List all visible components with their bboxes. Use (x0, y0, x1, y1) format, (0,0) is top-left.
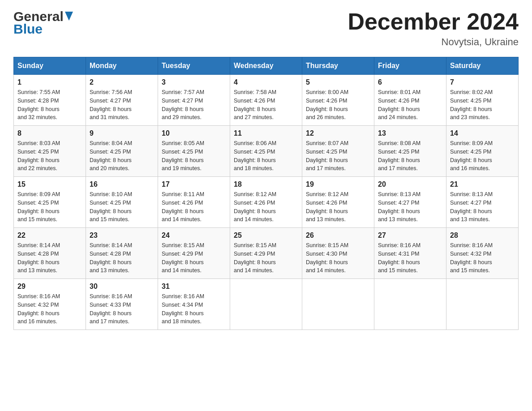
calendar-cell: 13Sunrise: 8:08 AMSunset: 4:25 PMDayligh… (374, 126, 446, 177)
day-number: 6 (378, 78, 442, 86)
calendar-cell: 17Sunrise: 8:11 AMSunset: 4:26 PMDayligh… (158, 177, 230, 228)
calendar-cell: 12Sunrise: 8:07 AMSunset: 4:25 PMDayligh… (302, 126, 374, 177)
weekday-header-friday: Friday (374, 57, 446, 75)
day-number: 27 (378, 231, 442, 240)
day-number: 29 (17, 283, 82, 291)
day-info: Sunrise: 8:15 AMSunset: 4:30 PMDaylight:… (306, 241, 370, 275)
calendar-cell: 27Sunrise: 8:16 AMSunset: 4:31 PMDayligh… (374, 228, 446, 279)
calendar-cell (374, 279, 446, 330)
day-info: Sunrise: 8:15 AMSunset: 4:29 PMDaylight:… (162, 241, 226, 275)
day-number: 24 (162, 231, 226, 240)
calendar-cell: 5Sunrise: 8:00 AMSunset: 4:26 PMDaylight… (302, 75, 374, 126)
calendar-cell: 23Sunrise: 8:14 AMSunset: 4:28 PMDayligh… (86, 228, 158, 279)
calendar-cell: 6Sunrise: 8:01 AMSunset: 4:26 PMDaylight… (374, 75, 446, 126)
calendar-cell: 30Sunrise: 8:16 AMSunset: 4:33 PMDayligh… (86, 279, 158, 330)
day-info: Sunrise: 8:03 AMSunset: 4:25 PMDaylight:… (17, 139, 82, 173)
calendar-week-row: 22Sunrise: 8:14 AMSunset: 4:28 PMDayligh… (14, 228, 519, 279)
calendar-cell: 2Sunrise: 7:56 AMSunset: 4:27 PMDaylight… (86, 75, 158, 126)
day-info: Sunrise: 7:55 AMSunset: 4:28 PMDaylight:… (17, 88, 82, 122)
calendar-cell: 21Sunrise: 8:13 AMSunset: 4:27 PMDayligh… (446, 177, 519, 228)
day-number: 9 (90, 129, 154, 137)
day-number: 4 (234, 78, 298, 86)
calendar-cell: 9Sunrise: 8:04 AMSunset: 4:25 PMDaylight… (86, 126, 158, 177)
day-info: Sunrise: 8:01 AMSunset: 4:26 PMDaylight:… (378, 88, 442, 122)
day-number: 21 (450, 180, 515, 188)
calendar-cell: 1Sunrise: 7:55 AMSunset: 4:28 PMDaylight… (14, 75, 86, 126)
day-number: 18 (234, 180, 298, 188)
weekday-header-monday: Monday (86, 57, 158, 75)
day-info: Sunrise: 8:05 AMSunset: 4:25 PMDaylight:… (162, 139, 226, 173)
calendar-cell: 24Sunrise: 8:15 AMSunset: 4:29 PMDayligh… (158, 228, 230, 279)
calendar-cell: 19Sunrise: 8:12 AMSunset: 4:26 PMDayligh… (302, 177, 374, 228)
day-number: 12 (306, 129, 370, 137)
calendar-cell: 22Sunrise: 8:14 AMSunset: 4:28 PMDayligh… (14, 228, 86, 279)
day-info: Sunrise: 8:12 AMSunset: 4:26 PMDaylight:… (306, 190, 370, 224)
day-info: Sunrise: 8:10 AMSunset: 4:25 PMDaylight:… (90, 190, 154, 224)
day-number: 7 (450, 78, 515, 86)
logo-blue-text: Blue (13, 21, 43, 37)
calendar-cell: 16Sunrise: 8:10 AMSunset: 4:25 PMDayligh… (86, 177, 158, 228)
location-subtitle: Novytsia, Ukraine (348, 36, 519, 48)
weekday-header-sunday: Sunday (14, 57, 86, 75)
logo-triangle-icon (65, 12, 73, 22)
day-info: Sunrise: 8:08 AMSunset: 4:25 PMDaylight:… (378, 139, 442, 173)
day-info: Sunrise: 8:14 AMSunset: 4:28 PMDaylight:… (17, 241, 82, 275)
calendar-week-row: 8Sunrise: 8:03 AMSunset: 4:25 PMDaylight… (14, 126, 519, 177)
page-header: General Blue December 2024 Novytsia, Ukr… (13, 9, 519, 48)
day-number: 8 (17, 129, 82, 137)
calendar-cell (302, 279, 374, 330)
day-number: 3 (162, 78, 226, 86)
day-number: 14 (450, 129, 515, 137)
day-number: 1 (17, 78, 82, 86)
day-info: Sunrise: 8:02 AMSunset: 4:25 PMDaylight:… (450, 88, 515, 122)
day-number: 30 (90, 283, 154, 291)
day-info: Sunrise: 8:09 AMSunset: 4:25 PMDaylight:… (450, 139, 515, 173)
calendar-cell (446, 279, 519, 330)
month-title: December 2024 (348, 9, 519, 34)
day-info: Sunrise: 7:57 AMSunset: 4:27 PMDaylight:… (162, 88, 226, 122)
day-info: Sunrise: 8:13 AMSunset: 4:27 PMDaylight:… (450, 190, 515, 224)
title-area: December 2024 Novytsia, Ukraine (348, 9, 519, 48)
weekday-header-thursday: Thursday (302, 57, 374, 75)
day-number: 16 (90, 180, 154, 188)
calendar-table: SundayMondayTuesdayWednesdayThursdayFrid… (13, 57, 519, 330)
day-info: Sunrise: 8:11 AMSunset: 4:26 PMDaylight:… (162, 190, 226, 224)
day-number: 26 (306, 231, 370, 240)
calendar-week-row: 29Sunrise: 8:16 AMSunset: 4:32 PMDayligh… (14, 279, 519, 330)
calendar-cell: 26Sunrise: 8:15 AMSunset: 4:30 PMDayligh… (302, 228, 374, 279)
day-number: 15 (17, 180, 82, 188)
day-info: Sunrise: 8:09 AMSunset: 4:25 PMDaylight:… (17, 190, 82, 224)
weekday-header-wednesday: Wednesday (230, 57, 302, 75)
day-info: Sunrise: 8:16 AMSunset: 4:33 PMDaylight:… (90, 292, 154, 326)
weekday-header-row: SundayMondayTuesdayWednesdayThursdayFrid… (14, 57, 519, 75)
day-number: 22 (17, 231, 82, 240)
calendar-cell: 7Sunrise: 8:02 AMSunset: 4:25 PMDaylight… (446, 75, 519, 126)
day-number: 31 (162, 283, 226, 291)
day-info: Sunrise: 8:13 AMSunset: 4:27 PMDaylight:… (378, 190, 442, 224)
calendar-cell (230, 279, 302, 330)
day-info: Sunrise: 7:58 AMSunset: 4:26 PMDaylight:… (234, 88, 298, 122)
day-info: Sunrise: 8:07 AMSunset: 4:25 PMDaylight:… (306, 139, 370, 173)
day-info: Sunrise: 8:14 AMSunset: 4:28 PMDaylight:… (90, 241, 154, 275)
day-number: 23 (90, 231, 154, 240)
calendar-cell: 10Sunrise: 8:05 AMSunset: 4:25 PMDayligh… (158, 126, 230, 177)
calendar-cell: 3Sunrise: 7:57 AMSunset: 4:27 PMDaylight… (158, 75, 230, 126)
calendar-cell: 18Sunrise: 8:12 AMSunset: 4:26 PMDayligh… (230, 177, 302, 228)
day-number: 25 (234, 231, 298, 240)
calendar-cell: 15Sunrise: 8:09 AMSunset: 4:25 PMDayligh… (14, 177, 86, 228)
calendar-cell: 31Sunrise: 8:16 AMSunset: 4:34 PMDayligh… (158, 279, 230, 330)
logo-area: General Blue (13, 9, 73, 37)
day-number: 11 (234, 129, 298, 137)
day-number: 2 (90, 78, 154, 86)
calendar-cell: 11Sunrise: 8:06 AMSunset: 4:25 PMDayligh… (230, 126, 302, 177)
day-info: Sunrise: 8:06 AMSunset: 4:25 PMDaylight:… (234, 139, 298, 173)
calendar-cell: 29Sunrise: 8:16 AMSunset: 4:32 PMDayligh… (14, 279, 86, 330)
day-number: 17 (162, 180, 226, 188)
day-info: Sunrise: 8:16 AMSunset: 4:34 PMDaylight:… (162, 292, 226, 326)
day-number: 20 (378, 180, 442, 188)
calendar-week-row: 1Sunrise: 7:55 AMSunset: 4:28 PMDaylight… (14, 75, 519, 126)
day-number: 10 (162, 129, 226, 137)
calendar-cell: 20Sunrise: 8:13 AMSunset: 4:27 PMDayligh… (374, 177, 446, 228)
day-info: Sunrise: 8:12 AMSunset: 4:26 PMDaylight:… (234, 190, 298, 224)
calendar-cell: 8Sunrise: 8:03 AMSunset: 4:25 PMDaylight… (14, 126, 86, 177)
